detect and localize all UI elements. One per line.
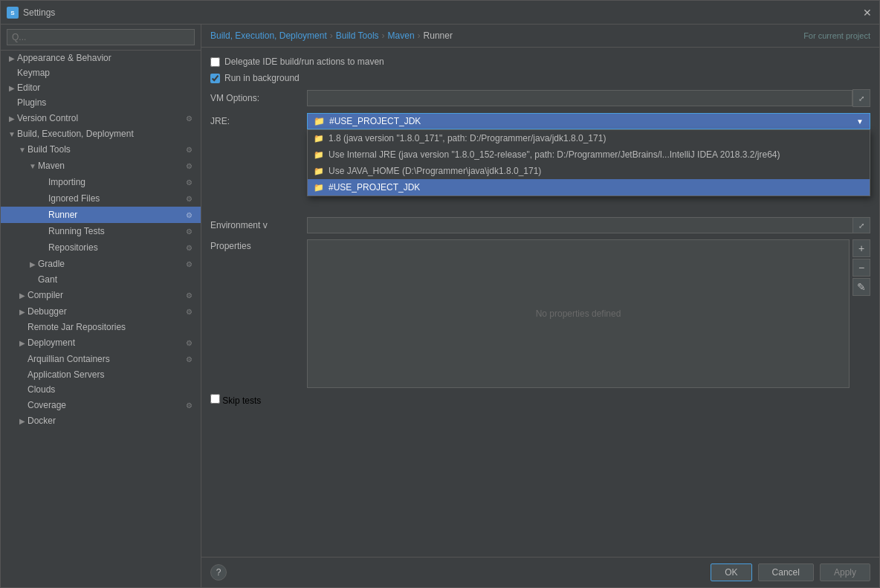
sidebar-item-repositories[interactable]: Repositories ⚙ xyxy=(1,239,201,256)
skip-tests-checkbox[interactable] xyxy=(210,394,220,404)
add-property-button[interactable]: + xyxy=(852,239,870,257)
env-input[interactable] xyxy=(307,217,852,233)
sidebar-item-maven[interactable]: ▼ Maven ⚙ xyxy=(1,158,201,174)
properties-right: No properties defined + − ✎ xyxy=(307,239,870,388)
folder-icon: 📁 xyxy=(314,116,325,126)
settings-icon: ⚙ xyxy=(183,209,195,221)
sidebar-item-editor[interactable]: ▶ Editor xyxy=(1,80,201,95)
edit-property-button[interactable]: ✎ xyxy=(852,278,870,296)
jre-option-4[interactable]: 📁 #USE_PROJECT_JDK xyxy=(308,179,870,196)
settings-icon: ⚙ xyxy=(183,112,195,124)
sidebar-item-label: Running Tests xyxy=(48,226,183,236)
jre-option-1[interactable]: 📁 1.8 (java version "1.8.0_171", path: D… xyxy=(308,130,870,146)
button-bar: ? OK Cancel Apply xyxy=(201,557,879,587)
sidebar-item-version-control[interactable]: ▶ Version Control ⚙ xyxy=(1,110,201,126)
skip-tests-label[interactable]: Skip tests xyxy=(210,394,261,406)
ok-button[interactable]: OK xyxy=(711,563,751,581)
settings-icon: ⚙ xyxy=(183,258,195,270)
breadcrumb-part-3: Maven xyxy=(388,30,415,41)
env-row: Environment v ⤢ xyxy=(210,217,870,233)
env-expand-button[interactable]: ⤢ xyxy=(852,217,870,233)
sidebar-item-ignored-files[interactable]: Ignored Files ⚙ xyxy=(1,190,201,207)
settings-icon: ⚙ xyxy=(183,353,195,365)
apply-button[interactable]: Apply xyxy=(820,563,870,581)
sidebar-item-label: Deployment xyxy=(28,337,183,348)
jre-option-2[interactable]: 📁 Use Internal JRE (java version "1.8.0_… xyxy=(308,146,870,163)
sidebar-tree: ▶ Appearance & Behavior Keymap ▶ Editor xyxy=(1,51,201,587)
cancel-button[interactable]: Cancel xyxy=(758,563,814,581)
arrow-icon: ▶ xyxy=(17,339,28,347)
sidebar-item-label: Remote Jar Repositories xyxy=(28,322,195,332)
search-input[interactable] xyxy=(7,29,195,45)
run-background-checkbox[interactable] xyxy=(210,74,220,83)
sidebar-item-label: Clouds xyxy=(28,384,195,395)
vm-options-label: VM Options: xyxy=(210,93,307,103)
properties-area: No properties defined xyxy=(307,239,850,388)
arrow-icon: ▶ xyxy=(17,417,28,425)
folder-icon: 📁 xyxy=(314,183,324,193)
sidebar-item-arquillian[interactable]: Arquillian Containers ⚙ xyxy=(1,351,201,367)
settings-icon: ⚙ xyxy=(183,176,195,188)
folder-icon: 📁 xyxy=(314,134,324,143)
vm-options-expand-button[interactable]: ⤢ xyxy=(852,89,870,107)
sidebar-item-compiler[interactable]: ▶ Compiler ⚙ xyxy=(1,287,201,303)
sidebar-item-runner[interactable]: Runner ⚙ xyxy=(1,207,201,223)
settings-icon: ⚙ xyxy=(183,193,195,204)
project-info: For current project xyxy=(803,31,870,40)
sidebar-item-gant[interactable]: Gant xyxy=(1,272,201,287)
sidebar-item-keymap[interactable]: Keymap xyxy=(1,65,201,80)
sidebar-item-label: Ignored Files xyxy=(48,193,183,204)
jre-container: 📁 #USE_PROJECT_JDK ▼ 📁 1.8 (java version… xyxy=(307,113,870,129)
sidebar-item-importing[interactable]: Importing ⚙ xyxy=(1,174,201,190)
sidebar-item-label: Coverage xyxy=(28,400,183,410)
sidebar-item-label: Debugger xyxy=(28,306,183,317)
delegate-checkbox[interactable] xyxy=(210,57,220,67)
sidebar: ▶ Appearance & Behavior Keymap ▶ Editor xyxy=(1,25,201,587)
sidebar-item-build-tools[interactable]: ▼ Build Tools ⚙ xyxy=(1,141,201,158)
folder-icon: 📁 xyxy=(314,167,324,176)
env-label: Environment v xyxy=(210,220,307,230)
jre-row: JRE: 📁 #USE_PROJECT_JDK ▼ 📁 1.8 (java ve… xyxy=(210,113,870,129)
properties-toolbar: + − ✎ xyxy=(852,239,870,296)
sidebar-item-remote-jar[interactable]: Remote Jar Repositories xyxy=(1,320,201,335)
settings-content: Delegate IDE build/run actions to maven … xyxy=(201,48,879,557)
sidebar-item-docker[interactable]: ▶ Docker xyxy=(1,413,201,428)
sidebar-item-appearance[interactable]: ▶ Appearance & Behavior xyxy=(1,51,201,65)
main-content: ▶ Appearance & Behavior Keymap ▶ Editor xyxy=(1,25,879,587)
remove-property-button[interactable]: − xyxy=(852,259,870,277)
sidebar-item-coverage[interactable]: Coverage ⚙ xyxy=(1,397,201,413)
jre-option-3[interactable]: 📁 Use JAVA_HOME (D:\Programmer\java\jdk1… xyxy=(308,163,870,179)
sidebar-item-clouds[interactable]: Clouds xyxy=(1,382,201,397)
sidebar-item-label: Gradle xyxy=(38,259,183,269)
settings-icon: ⚙ xyxy=(183,289,195,301)
right-panel: Build, Execution, Deployment › Build Too… xyxy=(201,25,879,587)
sidebar-item-debugger[interactable]: ▶ Debugger ⚙ xyxy=(1,303,201,320)
folder-icon: 📁 xyxy=(314,150,324,160)
sidebar-item-build-exec[interactable]: ▼ Build, Execution, Deployment xyxy=(1,126,201,141)
help-button[interactable]: ? xyxy=(210,564,227,581)
sidebar-item-label: Runner xyxy=(48,210,183,220)
settings-icon: ⚙ xyxy=(183,160,195,172)
sidebar-item-label: Version Control xyxy=(17,113,183,123)
delegate-label[interactable]: Delegate IDE build/run actions to maven xyxy=(210,56,384,67)
sidebar-item-label: Build Tools xyxy=(28,144,183,155)
properties-label: Properties xyxy=(210,239,307,251)
vm-options-row: VM Options: ⤢ xyxy=(210,89,870,107)
sidebar-item-deployment[interactable]: ▶ Deployment ⚙ xyxy=(1,335,201,351)
sidebar-item-label: Repositories xyxy=(48,242,183,253)
sidebar-item-label: Plugins xyxy=(17,97,195,108)
skip-tests-row: Skip tests xyxy=(210,394,870,406)
sidebar-item-running-tests[interactable]: Running Tests ⚙ xyxy=(1,223,201,239)
sidebar-item-label: Compiler xyxy=(28,290,183,300)
vm-options-input[interactable] xyxy=(307,90,852,106)
sidebar-item-gradle[interactable]: ▶ Gradle ⚙ xyxy=(1,256,201,272)
breadcrumb-part-2: Build Tools xyxy=(336,30,379,41)
app-icon: S xyxy=(7,7,19,19)
close-button[interactable]: ✕ xyxy=(861,7,873,19)
arrow-icon: ▶ xyxy=(7,54,17,62)
arrow-icon: ▼ xyxy=(7,130,17,138)
sidebar-item-app-servers[interactable]: Application Servers xyxy=(1,367,201,382)
run-background-label[interactable]: Run in background xyxy=(210,73,300,83)
sidebar-item-plugins[interactable]: Plugins xyxy=(1,95,201,110)
jre-select[interactable]: 📁 #USE_PROJECT_JDK ▼ xyxy=(307,113,870,129)
